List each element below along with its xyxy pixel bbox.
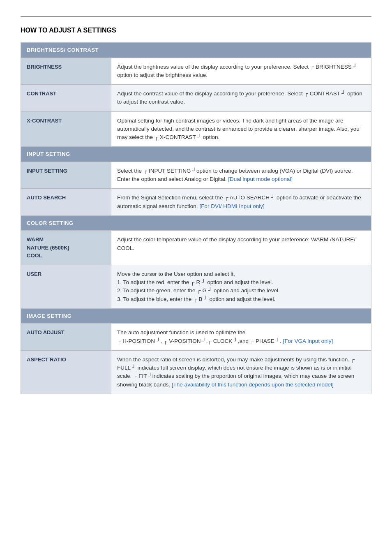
row-label: X-CONTRAST: [21, 111, 111, 147]
row-label: INPUT SETTING: [21, 162, 111, 189]
table-row: CONTRASTAdjust the contrast value of the…: [21, 85, 371, 112]
row-description: The auto adjustment function is used to …: [111, 324, 371, 351]
row-description: Adjust the brightness value of the displ…: [111, 58, 371, 85]
row-description: When the aspect ratio of screen is disto…: [111, 350, 371, 394]
row-description: Adjust the contrast value of the display…: [111, 85, 371, 112]
row-label: USER: [21, 265, 111, 308]
row-description: Optimal setting for high contrast images…: [111, 111, 371, 147]
row-label: BRIGHTNESS: [21, 58, 111, 85]
row-suffix: [For VGA Input only]: [283, 338, 333, 344]
table-row: INPUT SETTINGSelect the ┌ INPUT SETTING …: [21, 162, 371, 189]
row-suffix: [For DVI/ HDMI Input only]: [199, 203, 264, 209]
row-label: AUTO SEARCH: [21, 189, 111, 216]
table-row: USERMove the cursor to the User option a…: [21, 265, 371, 308]
section-header-1: INPUT SETTING: [21, 147, 371, 162]
row-suffix: [The availability of this function depen…: [172, 382, 334, 388]
section-header-label-1: INPUT SETTING: [21, 147, 371, 162]
table-row: AUTO ADJUSTThe auto adjustment function …: [21, 324, 371, 351]
row-label: AUTO ADJUST: [21, 324, 111, 351]
section-header-3: IMAGE SETTING: [21, 308, 371, 324]
table-row: WARM NATURE (6500K) COOLAdjust the color…: [21, 231, 371, 265]
row-description: Select the ┌ INPUT SETTING ┘option to ch…: [111, 162, 371, 189]
top-divider: [21, 16, 371, 17]
section-header-label-0: BRIGHTNESS/ CONTRAST: [21, 43, 371, 58]
row-label: ASPECT RATIO: [21, 350, 111, 394]
settings-table: BRIGHTNESS/ CONTRASTBRIGHTNESSAdjust the…: [21, 42, 371, 394]
table-row: ASPECT RATIOWhen the aspect ratio of scr…: [21, 350, 371, 394]
row-description: Adjust the color temperature value of th…: [111, 231, 371, 265]
section-header-0: BRIGHTNESS/ CONTRAST: [21, 43, 371, 58]
row-description: From the Signal Selection menu, select t…: [111, 189, 371, 216]
table-row: BRIGHTNESSAdjust the brightness value of…: [21, 58, 371, 85]
row-description: Move the cursor to the User option and s…: [111, 265, 371, 308]
section-header-label-3: IMAGE SETTING: [21, 308, 371, 324]
row-label: WARM NATURE (6500K) COOL: [21, 231, 111, 265]
section-header-label-2: COLOR SETTING: [21, 215, 371, 231]
row-label: CONTRAST: [21, 85, 111, 112]
table-row: X-CONTRASTOptimal setting for high contr…: [21, 111, 371, 147]
section-header-2: COLOR SETTING: [21, 215, 371, 231]
page-title: HOW TO ADJUST A SETTINGS: [21, 27, 371, 34]
row-suffix: [Dual input mode optional]: [228, 176, 293, 182]
table-row: AUTO SEARCHFrom the Signal Selection men…: [21, 189, 371, 216]
